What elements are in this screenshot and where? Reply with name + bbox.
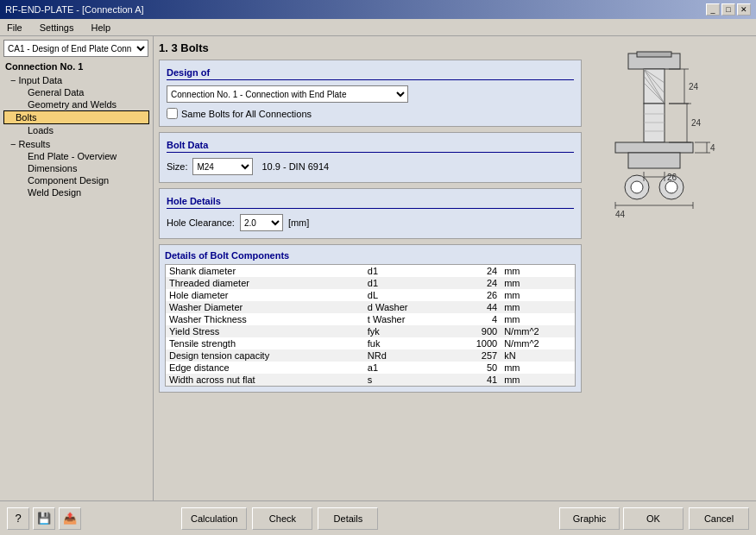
design-of-panel: Design of Connection No. 1 - Connection … <box>159 60 582 127</box>
save-button[interactable]: 💾 <box>33 507 55 530</box>
component-name: Washer Diameter <box>166 301 364 313</box>
tree-general-data[interactable]: General Data <box>3 86 149 98</box>
export-button[interactable]: 📤 <box>59 507 81 530</box>
hole-unit: [mm] <box>288 217 309 228</box>
component-unit: mm <box>501 289 575 301</box>
same-bolts-row: Same Bolts for All Connections <box>167 108 574 119</box>
svg-text:44: 44 <box>615 210 626 219</box>
component-unit: mm <box>501 265 575 278</box>
same-bolts-label: Same Bolts for All Connections <box>181 109 312 119</box>
tree-weld-design[interactable]: Weld Design <box>3 186 149 198</box>
center-panel: 1. 3 Bolts Design of Connection No. 1 - … <box>159 41 582 495</box>
bottom-bar: ? 💾 📤 Calculation Check Details Graphic … <box>0 500 756 535</box>
component-val: 4 <box>438 313 501 325</box>
title-bar-controls: _ □ ✕ <box>706 3 751 16</box>
menu-settings[interactable]: Settings <box>36 22 78 33</box>
component-unit: mm <box>501 362 575 374</box>
component-name: Tensile strength <box>166 337 364 349</box>
graphic-button[interactable]: Graphic <box>559 507 620 530</box>
component-name: Width across nut flat <box>166 374 364 387</box>
table-row: Hole diameter dL 26 mm <box>166 289 576 301</box>
bolt-data-label: Bolt Data <box>167 140 574 153</box>
close-button[interactable]: ✕ <box>737 3 751 16</box>
component-sym: fyk <box>364 325 438 337</box>
tree-component-design[interactable]: Component Design <box>3 174 149 186</box>
menu-file[interactable]: File <box>3 22 26 33</box>
component-sym: NRd <box>364 349 438 362</box>
svg-point-15 <box>631 181 643 193</box>
menu-bar: File Settings Help <box>0 19 756 36</box>
component-val: 26 <box>438 289 501 301</box>
component-sym: s <box>364 374 438 387</box>
minimize-button[interactable]: _ <box>706 3 720 16</box>
design-of-label: Design of <box>167 67 574 80</box>
graphic-panel: 24 24 26 44 4 <box>587 41 725 495</box>
component-unit: mm <box>501 313 575 325</box>
hole-details-label: Hole Details <box>167 196 574 209</box>
component-unit: mm <box>501 301 575 313</box>
tree-bolts[interactable]: Bolts <box>3 110 149 124</box>
size-label: Size: <box>167 161 187 172</box>
component-sym: t Washer <box>364 313 438 325</box>
same-bolts-checkbox[interactable] <box>167 108 178 119</box>
table-row: Tensile strength fuk 1000 N/mm^2 <box>166 337 576 349</box>
title-bar: RF-END-PLATE - [Connection A] _ □ ✕ <box>0 0 756 19</box>
svg-point-17 <box>665 181 677 193</box>
tree-dimensions[interactable]: Dimensions <box>3 162 149 174</box>
details-button[interactable]: Details <box>318 507 378 530</box>
table-row: Washer Diameter d Washer 44 mm <box>166 301 576 313</box>
tree-loads[interactable]: Loads <box>3 124 149 136</box>
component-sym: dL <box>364 289 438 301</box>
check-button[interactable]: Check <box>252 507 312 530</box>
tree-geometry-welds[interactable]: Geometry and Welds <box>3 98 149 110</box>
ok-button[interactable]: OK <box>623 507 684 530</box>
left-panel: CA1 - Design of End Plate Conn Connectio… <box>0 36 154 500</box>
bolt-data-row: Size: M16 M20 M24 M27 M30 10.9 - DIN 691… <box>167 158 574 175</box>
table-row: Yield Stress fyk 900 N/mm^2 <box>166 325 576 337</box>
component-name: Hole diameter <box>166 289 364 301</box>
section-title: 1. 3 Bolts <box>159 41 582 54</box>
table-row: Shank diameter d1 24 mm <box>166 265 576 278</box>
table-row: Width across nut flat s 41 mm <box>166 374 576 387</box>
component-unit: kN <box>501 349 575 362</box>
connection-selector[interactable]: CA1 - Design of End Plate Conn <box>3 40 148 57</box>
component-val: 900 <box>438 325 501 337</box>
hole-clearance-row: Hole Clearance: 1.0 2.0 3.0 [mm] <box>167 214 574 231</box>
calculation-button[interactable]: Calculation <box>181 507 247 530</box>
bolt-components-panel: Details of Bolt Components Shank diamete… <box>159 244 582 393</box>
component-unit: N/mm^2 <box>501 325 575 337</box>
hole-details-panel: Hole Details Hole Clearance: 1.0 2.0 3.0… <box>159 188 582 239</box>
bolt-components-table: Shank diameter d1 24 mm Threaded diamete… <box>165 264 576 387</box>
menu-help[interactable]: Help <box>87 22 114 33</box>
bolt-spec: 10.9 - DIN 6914 <box>261 161 329 172</box>
component-name: Washer Thickness <box>166 313 364 325</box>
maximize-button[interactable]: □ <box>721 3 735 16</box>
tree-end-plate-overview[interactable]: End Plate - Overview <box>3 150 149 162</box>
component-val: 44 <box>438 301 501 313</box>
bolt-size-select[interactable]: M16 M20 M24 M27 M30 <box>192 158 253 175</box>
bottom-center-buttons: Calculation Check Details <box>181 507 539 530</box>
component-val: 24 <box>438 265 501 278</box>
component-name: Shank diameter <box>166 265 364 278</box>
help-icon-button[interactable]: ? <box>7 507 29 530</box>
table-row: Threaded diameter d1 24 mm <box>166 277 576 289</box>
component-val: 41 <box>438 374 501 387</box>
table-row: Design tension capacity NRd 257 kN <box>166 349 576 362</box>
component-name: Design tension capacity <box>166 349 364 362</box>
component-val: 257 <box>438 349 501 362</box>
tree-section-input: − Input Data <box>3 74 149 86</box>
component-unit: N/mm^2 <box>501 337 575 349</box>
bolt-components-title: Details of Bolt Components <box>165 250 576 261</box>
component-val: 24 <box>438 277 501 289</box>
bottom-right-buttons: OK Cancel <box>623 507 749 530</box>
hole-clearance-select[interactable]: 1.0 2.0 3.0 <box>240 214 283 231</box>
design-of-select[interactable]: Connection No. 1 - Connection with End P… <box>167 85 408 103</box>
component-name: Threaded diameter <box>166 277 364 289</box>
hole-clearance-label: Hole Clearance: <box>167 217 235 228</box>
component-name: Yield Stress <box>166 325 364 337</box>
component-sym: a1 <box>364 362 438 374</box>
table-row: Washer Thickness t Washer 4 mm <box>166 313 576 325</box>
cancel-button[interactable]: Cancel <box>689 507 749 530</box>
tree-root-label: Connection No. 1 <box>3 60 149 72</box>
main-container: CA1 - Design of End Plate Conn Connectio… <box>0 36 756 500</box>
